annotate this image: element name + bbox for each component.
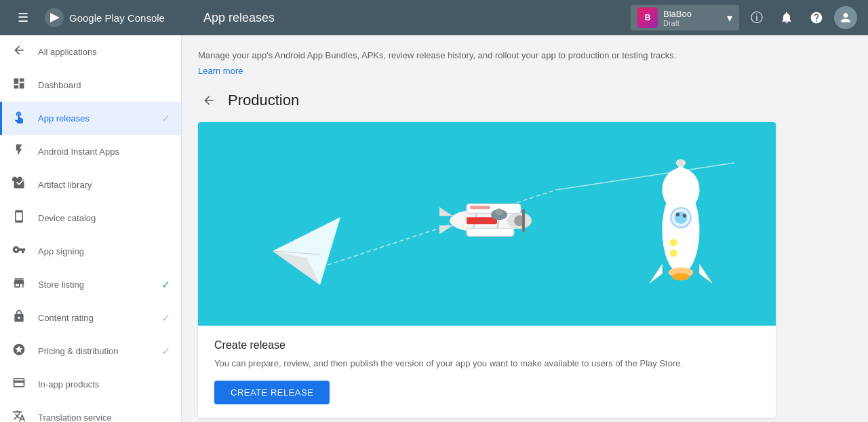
signing-icon	[11, 243, 27, 260]
back-button[interactable]	[198, 90, 220, 111]
paper-plane	[266, 210, 347, 294]
svg-point-24	[676, 159, 686, 166]
svg-marker-10	[439, 225, 453, 234]
sidebar-item-device-label: Device catalog	[38, 213, 170, 223]
app-name: BlaBoo	[663, 9, 722, 19]
help-button[interactable]	[804, 5, 829, 30]
create-release-section: Create release You can prepare, review, …	[198, 326, 776, 419]
menu-button[interactable]: ☰	[11, 5, 35, 30]
app-releases-icon	[11, 110, 27, 127]
device-icon	[11, 210, 27, 227]
svg-point-32	[672, 273, 690, 280]
artifact-icon	[11, 176, 27, 193]
svg-marker-26	[700, 264, 712, 283]
header-left: ☰ Google Play Console	[11, 5, 193, 30]
sidebar-item-android-instant-apps[interactable]: Android Instant Apps	[0, 135, 181, 168]
learn-more-link[interactable]: Learn more	[198, 66, 243, 76]
svg-rect-20	[470, 206, 490, 209]
sidebar-item-pricing[interactable]: Pricing & distribution ✓	[0, 334, 181, 368]
sidebar-item-in-app-label: In-app products	[38, 379, 170, 389]
logo-area: Google Play Console	[45, 8, 165, 27]
header-right: B BlaBoo Draft ▾ ⓘ	[631, 5, 857, 31]
section-header: Production	[198, 90, 776, 111]
app-selector[interactable]: B BlaBoo Draft ▾	[631, 5, 739, 31]
sidebar-item-in-app-products[interactable]: In-app products	[0, 368, 181, 401]
biplane	[419, 163, 555, 273]
sidebar-item-app-releases[interactable]: App releases ✓	[0, 102, 181, 135]
store-listing-icon	[11, 276, 27, 293]
content-area: Manage your app's Android App Bundles, A…	[182, 35, 868, 422]
svg-rect-17	[467, 217, 497, 224]
svg-point-34	[670, 249, 677, 256]
sidebar-item-store-listing[interactable]: Store listing ✓	[0, 268, 181, 301]
pricing-icon	[11, 343, 27, 360]
svg-point-29	[676, 212, 680, 216]
sidebar-item-artifact-label: Artifact library	[38, 180, 170, 190]
svg-rect-16	[522, 209, 525, 232]
content-rating-icon	[11, 309, 27, 326]
app-info: BlaBoo Draft	[663, 9, 722, 27]
in-app-icon	[11, 376, 27, 393]
logo-text: Google Play Console	[69, 12, 165, 24]
sidebar-item-pricing-label: Pricing & distribution	[38, 346, 151, 356]
translation-icon	[11, 409, 27, 422]
sidebar-item-signing-label: App signing	[38, 246, 170, 256]
back-arrow-icon	[11, 43, 27, 60]
sidebar-item-dashboard[interactable]: Dashboard	[0, 69, 181, 102]
app-icon: B	[637, 7, 658, 28]
app-status: Draft	[663, 19, 722, 27]
notification-button[interactable]	[774, 5, 799, 30]
sidebar-item-store-listing-label: Store listing	[38, 280, 151, 290]
sidebar-item-content-rating-label: Content rating	[38, 313, 151, 323]
dashboard-icon	[11, 77, 27, 94]
create-release-title: Create release	[214, 339, 760, 351]
store-listing-check-icon: ✓	[161, 278, 170, 291]
content-rating-check-icon: ✓	[161, 311, 170, 324]
sidebar-item-all-applications-label: All applications	[38, 47, 170, 57]
sidebar-item-translation[interactable]: Translation service	[0, 401, 181, 422]
sidebar: All applications Dashboard App releases …	[0, 35, 182, 422]
illustration-banner	[198, 122, 776, 326]
create-release-description: You can prepare, review, and then publis…	[214, 357, 760, 370]
sidebar-item-all-applications[interactable]: All applications	[0, 35, 181, 69]
create-release-button[interactable]: CREATE RELEASE	[214, 381, 330, 404]
sidebar-item-device-catalog[interactable]: Device catalog	[0, 202, 181, 235]
rocket	[627, 149, 735, 301]
sidebar-item-content-rating[interactable]: Content rating ✓	[0, 301, 181, 334]
svg-point-19	[496, 208, 502, 215]
section-title: Production	[228, 92, 299, 109]
avatar-button[interactable]	[834, 6, 857, 29]
page-description: Manage your app's Android App Bundles, A…	[198, 49, 776, 62]
illustration-card: Create release You can prepare, review, …	[198, 122, 776, 419]
pricing-check-icon: ✓	[161, 345, 170, 358]
sidebar-item-translation-label: Translation service	[38, 413, 170, 422]
svg-rect-12	[467, 228, 514, 236]
top-header: ☰ Google Play Console App releases B Bla…	[0, 0, 868, 35]
svg-marker-9	[439, 207, 453, 216]
svg-marker-25	[650, 264, 662, 283]
app-releases-check-icon: ✓	[161, 112, 170, 125]
sidebar-item-instant-apps-label: Android Instant Apps	[38, 147, 170, 157]
info-button[interactable]: ⓘ	[745, 5, 769, 30]
sidebar-item-dashboard-label: Dashboard	[38, 80, 170, 90]
main-layout: All applications Dashboard App releases …	[0, 35, 868, 422]
header-title: App releases	[193, 11, 631, 25]
svg-point-33	[670, 239, 677, 246]
sidebar-item-app-signing[interactable]: App signing	[0, 235, 181, 268]
svg-point-30	[683, 214, 687, 218]
content-inner: Manage your app's Android App Bundles, A…	[182, 35, 792, 422]
google-play-logo	[45, 8, 64, 27]
instant-apps-icon	[11, 143, 27, 160]
sidebar-item-artifact-library[interactable]: Artifact library	[0, 168, 181, 202]
dropdown-arrow-icon: ▾	[727, 12, 732, 24]
sidebar-item-app-releases-label: App releases	[38, 113, 151, 123]
